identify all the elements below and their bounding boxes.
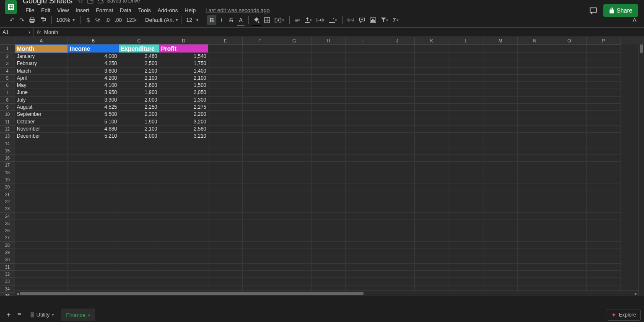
cell[interactable] bbox=[380, 183, 415, 191]
cell[interactable] bbox=[587, 68, 621, 75]
cell[interactable] bbox=[312, 191, 346, 198]
document-title[interactable]: Google Sheets bbox=[23, 0, 73, 5]
cell[interactable] bbox=[277, 169, 312, 176]
cell[interactable] bbox=[587, 271, 621, 278]
col-header-I[interactable]: I bbox=[346, 37, 380, 45]
cell[interactable] bbox=[159, 249, 208, 256]
cell[interactable] bbox=[518, 140, 552, 147]
halign-icon[interactable]: ≡▾ bbox=[293, 15, 302, 25]
cell[interactable]: September bbox=[15, 111, 68, 118]
cell[interactable] bbox=[312, 213, 346, 220]
row-header[interactable]: 35 bbox=[0, 293, 15, 296]
cell[interactable] bbox=[243, 118, 277, 126]
cell[interactable] bbox=[243, 264, 277, 271]
row-header[interactable]: 26 bbox=[0, 227, 15, 234]
cell[interactable] bbox=[380, 205, 415, 212]
col-header-F[interactable]: F bbox=[243, 37, 277, 45]
cell[interactable] bbox=[243, 53, 277, 60]
cell[interactable] bbox=[518, 118, 552, 126]
cell[interactable] bbox=[587, 205, 621, 212]
cell[interactable] bbox=[208, 227, 243, 234]
cell[interactable] bbox=[518, 242, 552, 249]
cell[interactable] bbox=[415, 227, 449, 234]
cell[interactable] bbox=[552, 133, 587, 140]
cell[interactable]: May bbox=[15, 82, 68, 89]
cell[interactable] bbox=[552, 242, 587, 249]
cell[interactable] bbox=[518, 154, 552, 162]
cell[interactable] bbox=[312, 183, 346, 191]
cell[interactable] bbox=[346, 256, 380, 263]
cell[interactable] bbox=[68, 213, 119, 220]
cell[interactable] bbox=[552, 264, 587, 271]
cell[interactable]: 4,200 bbox=[68, 75, 119, 82]
cell[interactable] bbox=[15, 154, 68, 162]
cell[interactable] bbox=[243, 242, 277, 249]
cell[interactable] bbox=[15, 249, 68, 256]
cell[interactable] bbox=[277, 118, 312, 126]
cell[interactable] bbox=[346, 154, 380, 162]
cell[interactable] bbox=[312, 169, 346, 176]
cell[interactable] bbox=[552, 104, 587, 111]
cell[interactable] bbox=[243, 75, 277, 82]
cell[interactable] bbox=[68, 140, 119, 147]
horizontal-scrollbar[interactable]: ◄ ► bbox=[15, 291, 639, 296]
cell[interactable] bbox=[518, 198, 552, 205]
cell[interactable] bbox=[380, 198, 415, 205]
cell[interactable] bbox=[346, 45, 380, 53]
cell[interactable] bbox=[552, 118, 587, 126]
cell[interactable] bbox=[380, 53, 415, 60]
cell[interactable] bbox=[552, 60, 587, 67]
cell[interactable] bbox=[277, 205, 312, 212]
cell[interactable] bbox=[587, 278, 621, 285]
row-header[interactable]: 28 bbox=[0, 242, 15, 249]
cell[interactable] bbox=[415, 97, 449, 104]
cell[interactable] bbox=[243, 97, 277, 104]
cell[interactable] bbox=[518, 60, 552, 67]
cell[interactable] bbox=[68, 162, 119, 169]
cell[interactable] bbox=[415, 264, 449, 271]
cell[interactable]: Profit bbox=[159, 45, 208, 53]
cell[interactable] bbox=[312, 205, 346, 212]
menu-edit[interactable]: Edit bbox=[38, 6, 53, 15]
cell[interactable] bbox=[552, 249, 587, 256]
cell[interactable]: 1,400 bbox=[159, 68, 208, 75]
cell[interactable] bbox=[277, 82, 312, 89]
cell[interactable] bbox=[483, 97, 518, 104]
cell[interactable]: 2,100 bbox=[119, 75, 159, 82]
rotate-icon[interactable]: ▾ bbox=[327, 15, 339, 25]
redo-icon[interactable]: ↷ bbox=[17, 15, 26, 25]
cell[interactable] bbox=[208, 68, 243, 75]
cell[interactable]: 5,500 bbox=[68, 111, 119, 118]
cell[interactable] bbox=[15, 256, 68, 263]
cell[interactable] bbox=[552, 68, 587, 75]
menu-file[interactable]: File bbox=[23, 6, 37, 15]
cell[interactable] bbox=[449, 169, 483, 176]
cell[interactable]: 2,300 bbox=[119, 111, 159, 118]
cell[interactable] bbox=[518, 278, 552, 285]
cell[interactable] bbox=[587, 75, 621, 82]
cell[interactable] bbox=[159, 234, 208, 241]
cell[interactable] bbox=[208, 169, 243, 176]
cell[interactable] bbox=[587, 256, 621, 263]
cell[interactable] bbox=[415, 198, 449, 205]
strikethrough-icon[interactable]: S bbox=[226, 15, 236, 25]
cell[interactable] bbox=[243, 183, 277, 191]
cell[interactable] bbox=[243, 191, 277, 198]
cell[interactable] bbox=[518, 53, 552, 60]
cell[interactable] bbox=[518, 75, 552, 82]
cell[interactable] bbox=[587, 213, 621, 220]
cell[interactable] bbox=[312, 126, 346, 133]
cell[interactable] bbox=[68, 234, 119, 241]
cell[interactable] bbox=[243, 169, 277, 176]
cell[interactable] bbox=[518, 89, 552, 96]
cell[interactable]: 1,900 bbox=[119, 118, 159, 126]
cell[interactable]: 3,950 bbox=[68, 89, 119, 96]
cell[interactable] bbox=[119, 278, 159, 285]
cell[interactable] bbox=[312, 140, 346, 147]
cell[interactable] bbox=[312, 97, 346, 104]
cell[interactable]: 1,300 bbox=[159, 97, 208, 104]
cell[interactable] bbox=[68, 191, 119, 198]
cell[interactable] bbox=[415, 133, 449, 140]
cell[interactable] bbox=[277, 234, 312, 241]
row-header[interactable]: 14 bbox=[0, 140, 15, 147]
